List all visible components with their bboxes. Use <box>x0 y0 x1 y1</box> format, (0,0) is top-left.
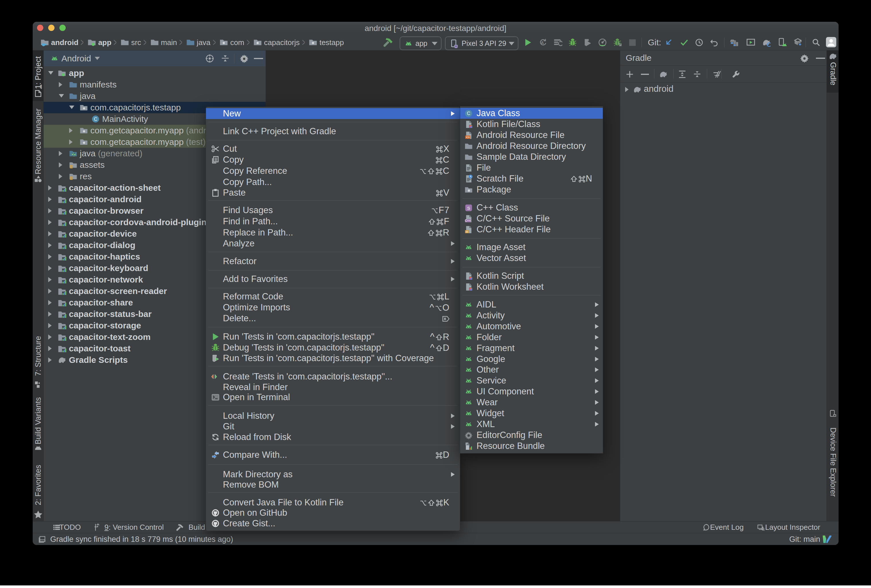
svg-text:A: A <box>541 40 544 45</box>
svg-text:C: C <box>94 117 97 122</box>
svg-text:C: C <box>467 111 470 116</box>
svg-text:H: H <box>465 230 468 233</box>
svg-text:<>: <> <box>466 135 470 139</box>
svg-text:S: S <box>467 206 470 211</box>
svg-text:C++: C++ <box>465 219 471 222</box>
